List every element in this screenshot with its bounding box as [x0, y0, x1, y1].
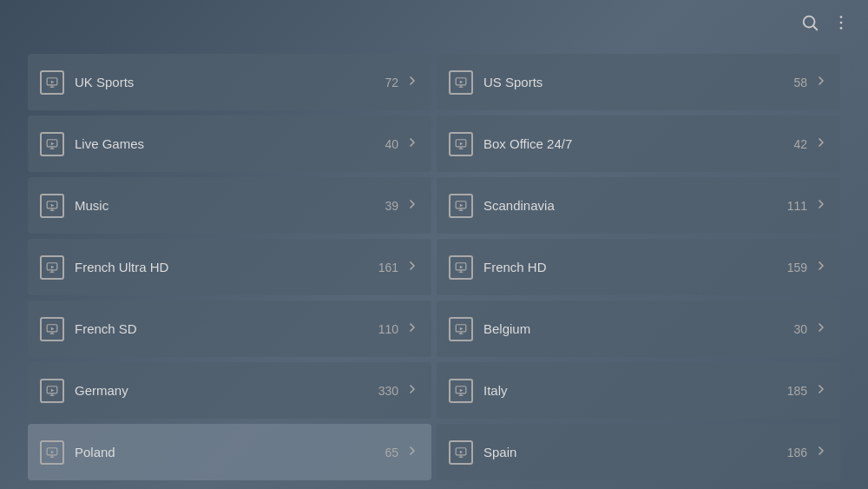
channel-item-live-games[interactable]: Live Games 40	[28, 116, 431, 172]
play-icon	[40, 132, 64, 156]
svg-marker-26	[460, 203, 464, 207]
channel-label: French SD	[75, 321, 378, 336]
header-actions	[800, 13, 851, 36]
channel-count: 58	[793, 76, 807, 89]
channel-count: 39	[385, 199, 398, 213]
chevron-right-icon	[405, 197, 419, 215]
channel-item-italy[interactable]: Italy 185	[437, 362, 840, 419]
channel-label: Scandinavia	[483, 198, 787, 213]
svg-marker-54	[51, 450, 55, 453]
play-icon	[40, 379, 64, 403]
svg-point-0	[804, 16, 815, 27]
chevron-right-icon	[405, 320, 419, 338]
svg-marker-38	[51, 327, 55, 330]
svg-marker-10	[460, 80, 464, 83]
play-icon	[449, 440, 473, 465]
svg-point-3	[840, 21, 843, 23]
svg-point-4	[840, 27, 843, 30]
chevron-right-icon	[405, 444, 419, 461]
channel-count: 110	[378, 322, 398, 336]
svg-marker-46	[51, 388, 55, 392]
channel-label: French Ultra HD	[75, 260, 378, 274]
chevron-right-icon	[405, 135, 419, 153]
svg-marker-58	[460, 450, 464, 453]
svg-marker-42	[460, 327, 464, 330]
channel-item-poland[interactable]: Poland 65	[28, 424, 431, 480]
channel-count: 111	[787, 199, 807, 213]
play-icon	[449, 194, 473, 218]
svg-line-1	[813, 26, 817, 30]
channel-item-spain[interactable]: Spain 186	[437, 424, 840, 480]
play-icon	[40, 255, 64, 280]
channel-item-french-hd[interactable]: French HD 159	[437, 239, 840, 295]
app-container: UK Sports 72 US Sports 58	[0, 0, 868, 489]
channels-grid: UK Sports 72 US Sports 58	[0, 49, 868, 489]
header	[0, 0, 868, 49]
play-icon	[40, 317, 64, 341]
play-icon	[449, 379, 473, 403]
search-icon[interactable]	[800, 13, 819, 36]
channel-count: 185	[787, 384, 807, 398]
play-icon	[449, 317, 473, 341]
channel-item-us-sports[interactable]: US Sports 58	[437, 54, 840, 110]
svg-marker-6	[51, 80, 55, 83]
play-icon	[40, 440, 64, 465]
channel-label: Germany	[75, 383, 378, 398]
play-icon	[449, 70, 473, 95]
more-menu-icon[interactable]	[832, 13, 851, 36]
chevron-right-icon	[814, 259, 828, 276]
channel-label: Italy	[483, 383, 787, 398]
chevron-right-icon	[405, 74, 419, 91]
chevron-right-icon	[814, 135, 828, 153]
channel-count: 186	[787, 446, 807, 459]
channel-count: 30	[793, 322, 807, 336]
chevron-right-icon	[814, 74, 828, 91]
svg-marker-18	[460, 142, 464, 145]
channel-item-uk-sports[interactable]: UK Sports 72	[28, 54, 431, 110]
channel-item-belgium[interactable]: Belgium 30	[437, 301, 840, 357]
channel-label: Belgium	[483, 321, 793, 336]
channel-count: 42	[793, 137, 807, 151]
svg-marker-50	[460, 388, 464, 392]
channel-item-french-sd[interactable]: French SD 110	[28, 301, 431, 357]
channel-item-french-ultra-hd[interactable]: French Ultra HD 161	[28, 239, 431, 295]
chevron-right-icon	[405, 382, 419, 400]
channel-label: Spain	[483, 445, 787, 459]
channel-count: 65	[385, 446, 398, 459]
channel-label: UK Sports	[75, 75, 385, 89]
chevron-right-icon	[814, 197, 828, 215]
svg-marker-22	[51, 203, 55, 207]
play-icon	[40, 70, 64, 95]
chevron-right-icon	[405, 259, 419, 276]
play-icon	[449, 132, 473, 156]
chevron-right-icon	[814, 444, 828, 461]
channel-count: 72	[385, 76, 398, 89]
channel-item-music[interactable]: Music 39	[28, 177, 431, 234]
channel-label: Live Games	[75, 136, 385, 151]
play-icon	[449, 255, 473, 280]
channel-label: US Sports	[483, 75, 793, 89]
svg-point-2	[840, 16, 843, 18]
channel-label: French HD	[483, 260, 787, 274]
channel-count: 330	[378, 384, 398, 398]
channel-label: Music	[75, 198, 385, 213]
channel-label: Box Office 24/7	[483, 136, 793, 151]
channel-item-germany[interactable]: Germany 330	[28, 362, 431, 419]
svg-marker-14	[51, 142, 55, 145]
channel-item-scandinavia[interactable]: Scandinavia 111	[437, 177, 840, 234]
chevron-right-icon	[814, 320, 828, 338]
channel-count: 40	[385, 137, 398, 151]
channel-count: 161	[378, 261, 398, 274]
channel-item-box-office[interactable]: Box Office 24/7 42	[437, 116, 840, 172]
channel-label: Poland	[75, 445, 385, 459]
play-icon	[40, 194, 64, 218]
svg-marker-30	[51, 265, 55, 268]
chevron-right-icon	[814, 382, 828, 400]
channel-count: 159	[787, 261, 807, 274]
svg-marker-34	[460, 265, 464, 268]
